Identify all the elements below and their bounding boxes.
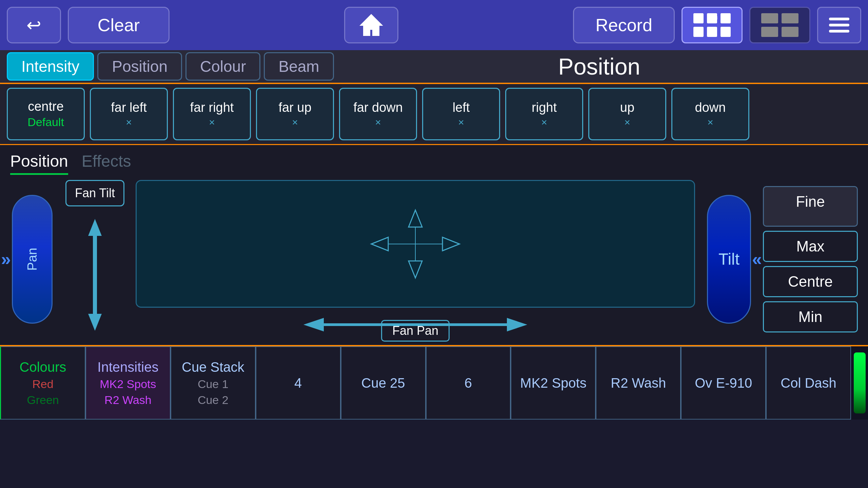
bottom-coldash[interactable]: Col Dash	[766, 346, 851, 420]
back-button[interactable]: ↩	[7, 7, 61, 43]
fine-button[interactable]: Fine	[763, 186, 858, 227]
grid-active-button[interactable]	[682, 7, 743, 43]
svg-rect-4	[693, 27, 704, 37]
palette-far-up[interactable]: far up ×	[256, 88, 334, 140]
menu-button[interactable]	[817, 7, 861, 43]
svg-marker-0	[361, 15, 381, 35]
tilt-chevron-icon: »	[752, 249, 762, 269]
svg-rect-8	[782, 13, 798, 23]
svg-rect-12	[829, 24, 849, 26]
svg-rect-10	[782, 27, 798, 37]
clear-button[interactable]: Clear	[68, 7, 170, 43]
max-button[interactable]: Max	[763, 231, 858, 262]
record-button[interactable]: Record	[573, 7, 675, 43]
min-button[interactable]: Min	[763, 301, 858, 332]
svg-marker-17	[409, 210, 422, 227]
svg-rect-6	[721, 27, 731, 37]
green-indicator	[854, 352, 866, 413]
back-icon: ↩	[26, 15, 41, 35]
svg-marker-20	[442, 237, 459, 251]
palette-left[interactable]: left ×	[422, 88, 500, 140]
palette-far-down[interactable]: far down ×	[339, 88, 417, 140]
pan-dial-circle[interactable]: » Pan	[12, 195, 53, 324]
tilt-arrow-svg	[81, 216, 108, 334]
pan-arrow-row: Fan Pan	[136, 311, 695, 338]
svg-marker-16	[88, 314, 102, 331]
palette-up[interactable]: up ×	[588, 88, 666, 140]
centre-button[interactable]: Centre	[763, 266, 858, 297]
svg-rect-9	[761, 27, 778, 37]
pan-label: Pan	[25, 248, 40, 271]
palette-centre[interactable]: centre Default	[7, 88, 85, 140]
fan-tilt-button[interactable]: Fan Tilt	[65, 180, 124, 206]
clear-label: Clear	[98, 15, 140, 35]
tab-position[interactable]: Position	[97, 52, 182, 81]
main-content: Position Effects » Pan Fan Tilt	[0, 145, 868, 345]
right-panel: Fine Max Centre Min	[763, 180, 858, 338]
pan-dial: » Pan	[10, 180, 54, 338]
grid-active-icon	[692, 12, 732, 39]
menu-icon	[826, 12, 853, 39]
tilt-arrow-container	[81, 211, 108, 338]
page-title: Position	[337, 53, 861, 80]
joystick-container: Fan Pan	[136, 180, 695, 338]
bottom-intensities[interactable]: Intensities MK2 Spots R2 Wash	[85, 346, 171, 420]
tab-beam[interactable]: Beam	[264, 52, 334, 81]
tab-intensity[interactable]: Intensity	[7, 52, 94, 81]
palette-far-right[interactable]: far right ×	[173, 88, 251, 140]
palette-right[interactable]: right ×	[505, 88, 583, 140]
palette-far-left[interactable]: far left ×	[90, 88, 168, 140]
svg-rect-5	[707, 27, 717, 37]
svg-rect-7	[761, 13, 778, 23]
bottom-bar: Colours Red Green Intensities MK2 Spots …	[0, 345, 868, 420]
bottom-colours[interactable]: Colours Red Green	[0, 346, 85, 420]
joystick-area[interactable]	[136, 180, 695, 308]
bottom-r2wash[interactable]: R2 Wash	[596, 346, 681, 420]
svg-marker-18	[409, 261, 422, 278]
home-button[interactable]	[344, 7, 398, 43]
tilt-label: Tilt	[718, 250, 739, 268]
tab-colour[interactable]: Colour	[185, 52, 261, 81]
tabs-row: Intensity Position Colour Beam Position	[0, 50, 868, 84]
svg-marker-14	[88, 219, 102, 236]
sub-tab-effects[interactable]: Effects	[82, 152, 131, 175]
palette-row: centre Default far left × far right × fa…	[0, 84, 868, 145]
svg-marker-19	[371, 237, 388, 251]
fan-pan-label[interactable]: Fan Pan	[381, 320, 450, 342]
tilt-dial-circle[interactable]: » Tilt	[707, 195, 751, 324]
record-label: Record	[595, 15, 652, 35]
svg-rect-1	[693, 13, 704, 23]
grid-inactive-icon	[760, 12, 800, 39]
svg-rect-3	[721, 13, 731, 23]
bottom-ove910[interactable]: Ov E-910	[681, 346, 766, 420]
tilt-dial: » Tilt	[702, 180, 756, 338]
bottom-mk2spots[interactable]: MK2 Spots	[511, 346, 596, 420]
bottom-cue25[interactable]: Cue 25	[341, 346, 426, 420]
sub-tabs: Position Effects	[10, 152, 858, 175]
svg-rect-13	[829, 30, 849, 33]
crosshair-svg	[364, 203, 466, 285]
fan-tilt-area: Fan Tilt	[61, 180, 129, 338]
green-indicator-bar	[851, 346, 868, 420]
grid-inactive-button[interactable]	[749, 7, 810, 43]
top-bar: ↩ Clear Record	[0, 0, 868, 50]
bottom-4[interactable]: 4	[256, 346, 341, 420]
svg-rect-11	[829, 18, 849, 20]
home-icon	[358, 12, 385, 39]
svg-rect-15	[93, 236, 97, 314]
sub-tab-position[interactable]: Position	[10, 152, 68, 175]
svg-marker-23	[303, 318, 324, 331]
control-area: » Pan Fan Tilt	[10, 180, 858, 338]
pan-chevron-icon: »	[1, 249, 11, 269]
palette-down[interactable]: down ×	[671, 88, 749, 140]
svg-marker-25	[507, 318, 527, 331]
bottom-cue-stack[interactable]: Cue Stack Cue 1 Cue 2	[171, 346, 256, 420]
bottom-6[interactable]: 6	[426, 346, 511, 420]
